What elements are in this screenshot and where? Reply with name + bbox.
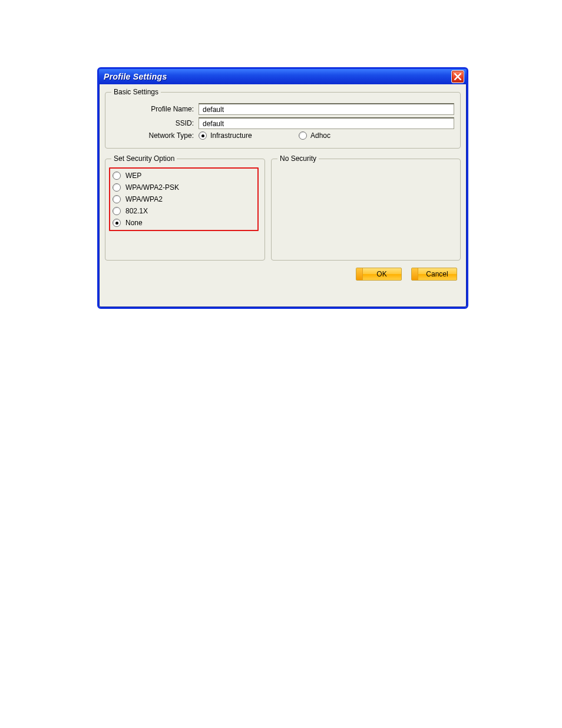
security-8021x-label: 802.1X — [125, 207, 148, 215]
security-none-radio[interactable] — [113, 219, 121, 227]
network-type-infrastructure-label: Infrastructure — [210, 131, 252, 140]
ok-button[interactable]: OK — [356, 268, 402, 281]
window-title: Profile Settings — [104, 72, 167, 81]
ssid-input[interactable] — [199, 117, 454, 129]
security-wpa-label: WPA/WPA2 — [125, 195, 163, 203]
dialog-buttons: OK Cancel — [105, 266, 461, 281]
ssid-label: SSID: — [111, 119, 199, 127]
no-security-group: No Security — [271, 154, 461, 261]
profile-name-label: Profile Name: — [111, 105, 199, 113]
network-type-label: Network Type: — [111, 131, 199, 140]
close-icon — [454, 73, 461, 80]
profile-settings-window: Profile Settings Basic Settings Profile … — [97, 67, 468, 309]
security-wep-label: WEP — [125, 172, 141, 180]
security-option-legend: Set Security Option — [111, 154, 177, 163]
security-none-label: None — [125, 219, 143, 227]
network-type-adhoc-radio[interactable] — [299, 131, 307, 140]
basic-settings-legend: Basic Settings — [111, 88, 161, 96]
security-8021x-radio[interactable] — [113, 207, 121, 215]
security-options-highlight: WEP WPA/WPA2-PSK WPA/WPA2 802.1X — [109, 167, 259, 231]
network-type-adhoc-label: Adhoc — [310, 131, 330, 140]
close-button[interactable] — [451, 70, 464, 83]
security-wpa-psk-label: WPA/WPA2-PSK — [125, 183, 179, 192]
security-wpa-radio[interactable] — [113, 195, 121, 203]
titlebar[interactable]: Profile Settings — [99, 69, 467, 84]
network-type-infrastructure-radio[interactable] — [199, 131, 207, 140]
cancel-button-label: Cancel — [426, 270, 448, 278]
ok-button-label: OK — [376, 270, 386, 278]
security-option-group: Set Security Option WEP WPA/WPA2-PSK — [105, 154, 265, 261]
basic-settings-group: Basic Settings Profile Name: SSID: Netwo… — [105, 88, 461, 149]
no-security-legend: No Security — [277, 154, 319, 163]
cancel-button[interactable]: Cancel — [411, 268, 457, 281]
security-wpa-psk-radio[interactable] — [113, 183, 121, 192]
window-body: Basic Settings Profile Name: SSID: Netwo… — [99, 84, 467, 286]
security-wep-radio[interactable] — [113, 172, 121, 180]
profile-name-input[interactable] — [199, 103, 454, 115]
